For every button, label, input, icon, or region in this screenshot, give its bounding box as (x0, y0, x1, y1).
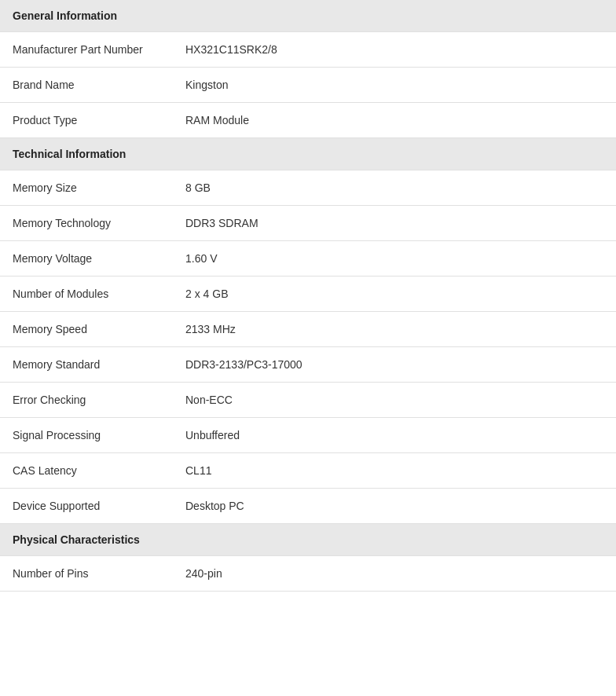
row-label: Manufacturer Part Number (0, 32, 173, 68)
row-label: Memory Standard (0, 347, 173, 383)
row-label: Number of Modules (0, 277, 173, 312)
row-label: Signal Processing (0, 418, 173, 453)
row-value: Non-ECC (173, 383, 616, 418)
row-label: Product Type (0, 103, 173, 138)
row-label: Error Checking (0, 383, 173, 418)
row-value: CL11 (173, 453, 616, 489)
row-label: CAS Latency (0, 453, 173, 489)
row-value: Kingston (173, 68, 616, 103)
row-value: DDR3-2133/PC3-17000 (173, 347, 616, 383)
section-header-general-information: General Information (0, 0, 616, 32)
row-label: Memory Voltage (0, 241, 173, 277)
row-value: DDR3 SDRAM (173, 206, 616, 241)
row-value: 240-pin (173, 556, 616, 592)
row-label: Device Supported (0, 489, 173, 524)
row-label: Number of Pins (0, 556, 173, 592)
row-label: Memory Speed (0, 312, 173, 347)
section-header-technical-information: Technical Information (0, 138, 616, 170)
row-label: Memory Size (0, 170, 173, 206)
row-value: 2133 MHz (173, 312, 616, 347)
spec-table: General InformationManufacturer Part Num… (0, 0, 616, 592)
row-value: 1.60 V (173, 241, 616, 277)
row-label: Brand Name (0, 68, 173, 103)
row-value: HX321C11SRK2/8 (173, 32, 616, 68)
section-header-physical-characteristics: Physical Characteristics (0, 524, 616, 556)
row-label: Memory Technology (0, 206, 173, 241)
row-value: 8 GB (173, 170, 616, 206)
row-value: Desktop PC (173, 489, 616, 524)
row-value: Unbuffered (173, 418, 616, 453)
row-value: RAM Module (173, 103, 616, 138)
row-value: 2 x 4 GB (173, 277, 616, 312)
